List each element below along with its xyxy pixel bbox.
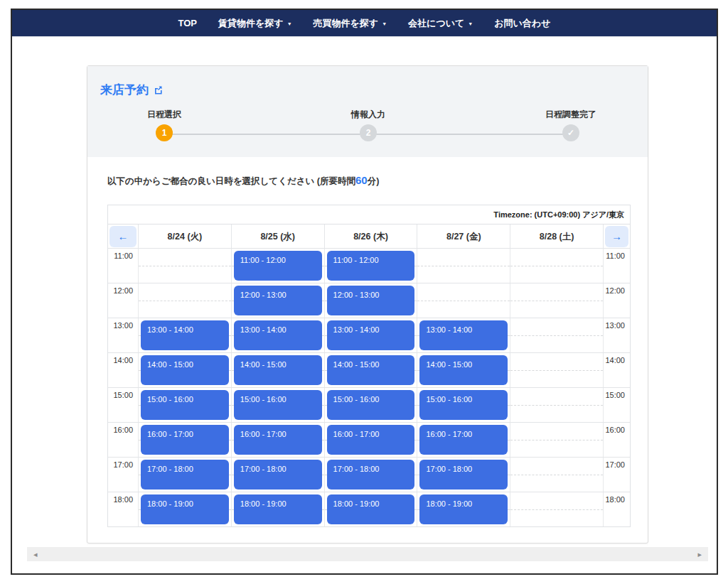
time-slot-button[interactable]: 15:00 - 16:00 xyxy=(234,390,322,420)
day-header-2: 8/26 (木) xyxy=(324,225,417,248)
duration-value: 60 xyxy=(355,174,368,186)
time-slot-button[interactable]: 16:00 - 17:00 xyxy=(327,425,415,455)
calendar-row-12:00: 12:0012:00 - 13:0012:00 - 13:0012:00 xyxy=(108,283,630,318)
calendar-cell: 16:00 - 17:00 xyxy=(138,423,231,457)
day-header-4: 8/28 (土) xyxy=(510,225,603,248)
nav-item-4[interactable]: お問い合わせ xyxy=(494,17,550,30)
browser-page-frame: TOP賃貸物件を探す▼売買物件を探す▼会社について▼お問い合わせ 来店予約 日程… xyxy=(11,9,718,575)
prev-week-button[interactable]: ← xyxy=(109,226,136,247)
time-slot-button[interactable]: 13:00 - 14:00 xyxy=(234,320,322,350)
day-header-1: 8/25 (水) xyxy=(231,225,324,248)
day-header-3: 8/27 (金) xyxy=(417,225,510,248)
time-slot-button[interactable]: 15:00 - 16:00 xyxy=(141,390,229,420)
calendar-cell: 16:00 - 17:00 xyxy=(231,423,324,457)
time-slot-button[interactable]: 18:00 - 19:00 xyxy=(234,494,322,524)
calendar-cell: 14:00 - 15:00 xyxy=(231,353,324,387)
time-slot-button[interactable]: 17:00 - 18:00 xyxy=(419,460,508,490)
calendar-header-row: ←8/24 (火)8/25 (水)8/26 (木)8/27 (金)8/28 (土… xyxy=(108,224,630,248)
time-slot-button[interactable]: 12:00 - 13:00 xyxy=(327,286,415,315)
time-slot-button[interactable]: 18:00 - 19:00 xyxy=(419,494,508,524)
external-link-icon[interactable] xyxy=(154,85,163,94)
calendar-row-17:00: 17:0017:00 - 18:0017:00 - 18:0017:00 - 1… xyxy=(108,457,630,492)
calendar-cell: 18:00 - 19:00 xyxy=(138,492,231,526)
next-week-button[interactable]: → xyxy=(605,226,628,247)
time-slot-button[interactable]: 14:00 - 15:00 xyxy=(419,355,508,385)
calendar-cell xyxy=(510,249,603,283)
time-slot-button[interactable]: 16:00 - 17:00 xyxy=(141,425,229,455)
scroll-right-icon[interactable]: ▸ xyxy=(697,547,702,561)
step-check-icon: ✓ xyxy=(562,124,579,141)
calendar-cell xyxy=(417,283,510,318)
calendar-cell: 13:00 - 14:00 xyxy=(324,318,417,352)
nav-item-label: TOP xyxy=(178,18,198,28)
calendar-row-11:00: 11:0011:00 - 12:0011:00 - 12:0011:00 xyxy=(108,248,630,283)
step-label: 情報入力 xyxy=(318,109,418,121)
nav-item-label: 売買物件を探す xyxy=(314,17,379,30)
time-slot-button[interactable]: 18:00 - 19:00 xyxy=(327,494,415,524)
time-label-left: 13:00 xyxy=(108,318,138,352)
time-label-right: 14:00 xyxy=(603,353,630,387)
time-slot-button[interactable]: 11:00 - 12:00 xyxy=(234,251,322,281)
time-slot-button[interactable]: 14:00 - 15:00 xyxy=(234,355,322,385)
time-slot-button[interactable]: 13:00 - 14:00 xyxy=(327,320,415,350)
calendar-cell: 15:00 - 16:00 xyxy=(138,388,231,422)
stepper-step-1: 日程選択1 xyxy=(114,109,214,141)
chevron-down-icon: ▼ xyxy=(468,21,473,26)
page-title: 来店予約 xyxy=(100,82,163,98)
calendar-cell: 13:00 - 14:00 xyxy=(417,318,510,352)
time-slot-button[interactable]: 18:00 - 19:00 xyxy=(141,494,229,524)
calendar-row-14:00: 14:0014:00 - 15:0014:00 - 15:0014:00 - 1… xyxy=(108,352,630,387)
calendar-cell xyxy=(510,318,603,352)
calendar-row-16:00: 16:0016:00 - 17:0016:00 - 17:0016:00 - 1… xyxy=(108,422,630,457)
calendar-cell: 13:00 - 14:00 xyxy=(138,318,231,352)
calendar-cell: 15:00 - 16:00 xyxy=(324,388,417,422)
timezone-label: Timezone: (UTC+09:00) アジア/東京 xyxy=(108,205,630,224)
nav-item-0[interactable]: TOP xyxy=(178,18,198,28)
time-slot-button[interactable]: 16:00 - 17:00 xyxy=(419,425,508,455)
calendar-cell: 12:00 - 13:00 xyxy=(231,283,324,318)
calendar-cell: 14:00 - 15:00 xyxy=(324,353,417,387)
step-number-badge: 1 xyxy=(156,124,173,141)
calendar-cell xyxy=(510,388,603,422)
calendar-cell: 11:00 - 12:00 xyxy=(231,249,324,283)
time-label-right: 18:00 xyxy=(603,492,630,526)
calendar-cell: 17:00 - 18:00 xyxy=(231,458,324,492)
time-label-left: 12:00 xyxy=(108,283,138,318)
calendar-cell: 16:00 - 17:00 xyxy=(417,423,510,457)
instruction-prefix: 以下の中からご都合の良い日時を選択してください (所要時間 xyxy=(107,176,355,186)
time-slot-button[interactable]: 15:00 - 16:00 xyxy=(419,390,508,420)
time-label-left: 18:00 xyxy=(108,492,138,526)
time-label-left: 15:00 xyxy=(108,388,138,422)
calendar-cell: 18:00 - 19:00 xyxy=(324,492,417,526)
time-slot-button[interactable]: 17:00 - 18:00 xyxy=(141,460,229,490)
calendar-cell: 16:00 - 17:00 xyxy=(324,423,417,457)
page-title-text: 来店予約 xyxy=(100,82,149,98)
calendar-cell xyxy=(510,283,603,318)
chevron-down-icon: ▼ xyxy=(382,21,387,26)
nav-item-1[interactable]: 賃貸物件を探す▼ xyxy=(218,17,292,30)
time-label-right: 15:00 xyxy=(603,388,630,422)
time-slot-button[interactable]: 12:00 - 13:00 xyxy=(234,286,322,315)
time-slot-button[interactable]: 14:00 - 15:00 xyxy=(141,355,229,385)
calendar-cell xyxy=(417,249,510,283)
nav-item-label: 会社について xyxy=(408,17,464,30)
calendar-cell: 17:00 - 18:00 xyxy=(417,458,510,492)
time-slot-button[interactable]: 17:00 - 18:00 xyxy=(234,460,322,490)
calendar-cell xyxy=(510,458,603,492)
nav-item-label: お問い合わせ xyxy=(494,17,550,30)
scroll-left-icon[interactable]: ◂ xyxy=(33,547,38,561)
time-slot-button[interactable]: 15:00 - 16:00 xyxy=(327,390,415,420)
time-slot-button[interactable]: 11:00 - 12:00 xyxy=(327,251,415,281)
time-slot-button[interactable]: 16:00 - 17:00 xyxy=(234,425,322,455)
time-slot-button[interactable]: 13:00 - 14:00 xyxy=(141,320,229,350)
time-slot-button[interactable]: 17:00 - 18:00 xyxy=(327,460,415,490)
nav-item-2[interactable]: 売買物件を探す▼ xyxy=(314,17,387,30)
nav-item-3[interactable]: 会社について▼ xyxy=(408,17,473,30)
time-slot-button[interactable]: 14:00 - 15:00 xyxy=(327,355,415,385)
calendar-cell: 14:00 - 15:00 xyxy=(138,353,231,387)
horizontal-scrollbar[interactable]: ◂ ▸ xyxy=(27,547,708,561)
time-slot-button[interactable]: 13:00 - 14:00 xyxy=(419,320,508,350)
time-label-left: 11:00 xyxy=(108,249,138,283)
reservation-card: 来店予約 日程選択1情報入力2日程調整完了✓ 以下の中からご都合の良い日時を選択… xyxy=(87,65,648,544)
calendar-cell: 11:00 - 12:00 xyxy=(324,249,417,283)
